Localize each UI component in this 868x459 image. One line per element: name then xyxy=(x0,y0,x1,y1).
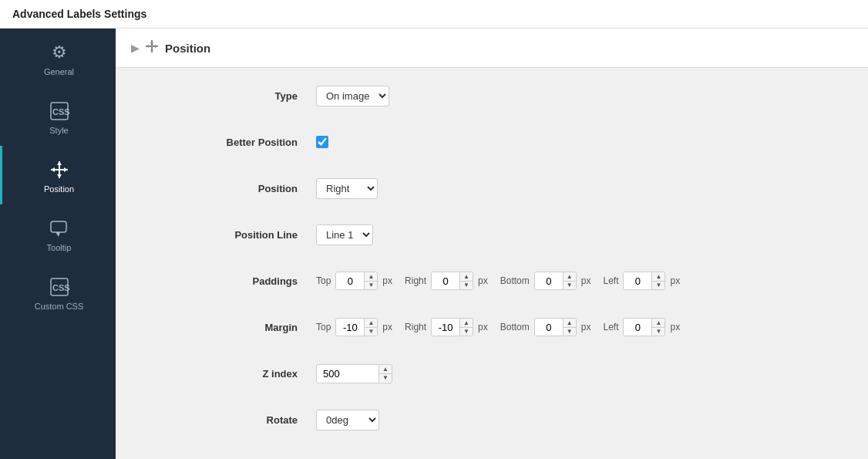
section-header: ▶ Position xyxy=(116,29,868,68)
zindex-wrap: ▲ ▼ xyxy=(316,364,392,383)
margin-right-label: Right xyxy=(405,322,426,332)
margin-left-px: px xyxy=(670,322,680,332)
padding-left-input[interactable] xyxy=(624,273,651,289)
margin-top-spinners: ▲ ▼ xyxy=(364,319,377,336)
margin-right-px: px xyxy=(478,322,488,332)
form-area: Type On image Outside Fixed Better Posit… xyxy=(116,68,868,459)
margin-top-up[interactable]: ▲ xyxy=(365,319,377,327)
margin-top-px: px xyxy=(382,322,392,332)
padding-top-up[interactable]: ▲ xyxy=(365,272,377,281)
padding-top-down[interactable]: ▼ xyxy=(365,281,377,289)
margin-right-group: Right ▲ ▼ px xyxy=(405,318,488,336)
better-position-control xyxy=(316,136,837,148)
padding-right-px: px xyxy=(478,275,488,286)
margin-right-up[interactable]: ▲ xyxy=(460,319,473,327)
svg-rect-8 xyxy=(51,221,66,232)
content-area: ▶ Position Type xyxy=(116,29,868,459)
svg-marker-9 xyxy=(56,232,60,237)
paddings-label: Paddings xyxy=(146,275,316,287)
sidebar-item-style[interactable]: CSS Style xyxy=(0,87,116,146)
padding-bottom-spinners: ▲ ▼ xyxy=(563,272,576,289)
padding-right-down[interactable]: ▼ xyxy=(460,281,473,289)
margin-left-down[interactable]: ▼ xyxy=(652,327,664,336)
position-control: Right Left Top Bottom Center xyxy=(316,178,837,199)
padding-right-up[interactable]: ▲ xyxy=(460,272,473,281)
sidebar-item-tooltip[interactable]: Tooltip xyxy=(0,204,116,263)
app-title: Advanced Labels Settings xyxy=(12,8,146,20)
chevron-right-icon: ▶ xyxy=(131,42,139,54)
sidebar-item-general[interactable]: ⚙ General xyxy=(0,29,116,87)
sidebar-label-general: General xyxy=(44,67,74,76)
zindex-control: ▲ ▼ xyxy=(316,364,837,383)
padding-top-spinners: ▲ ▼ xyxy=(364,272,377,289)
better-position-checkbox[interactable] xyxy=(316,136,328,148)
margin-bottom-label: Bottom xyxy=(500,322,530,332)
zindex-input[interactable] xyxy=(317,365,378,383)
position-row: Position Right Left Top Bottom Center xyxy=(146,176,837,201)
margin-left-spinners: ▲ ▼ xyxy=(651,319,664,336)
rotate-row: Rotate 0deg 90deg 180deg 270deg xyxy=(146,407,837,432)
zindex-up[interactable]: ▲ xyxy=(379,365,392,373)
padding-left-wrap: ▲ ▼ xyxy=(623,272,665,290)
svg-text:CSS: CSS xyxy=(52,283,69,292)
zindex-down[interactable]: ▼ xyxy=(379,373,392,382)
margin-top-group: Top ▲ ▼ px xyxy=(316,318,392,336)
padding-bottom-px: px xyxy=(581,275,591,286)
margin-left-input[interactable] xyxy=(624,319,651,336)
margin-right-wrap: ▲ ▼ xyxy=(431,318,473,336)
gear-icon: ⚙ xyxy=(52,42,67,62)
better-position-label: Better Position xyxy=(146,137,316,148)
svg-marker-5 xyxy=(57,174,62,178)
padding-left-px: px xyxy=(670,275,680,286)
margin-bottom-input[interactable] xyxy=(535,319,563,336)
sidebar-label-custom-css: Custom CSS xyxy=(35,302,84,311)
padding-left-spinners: ▲ ▼ xyxy=(651,272,664,289)
margin-right-down[interactable]: ▼ xyxy=(460,327,473,336)
sidebar-label-position: Position xyxy=(44,184,74,194)
position-line-row: Position Line Line 1 Line 2 Line 3 xyxy=(146,222,837,247)
position-select[interactable]: Right Left Top Bottom Center xyxy=(316,178,378,199)
padding-bottom-group: Bottom ▲ ▼ px xyxy=(500,272,591,290)
margin-bottom-wrap: ▲ ▼ xyxy=(534,318,577,336)
svg-marker-17 xyxy=(155,45,158,48)
padding-left-down[interactable]: ▼ xyxy=(652,281,664,289)
position-line-control: Line 1 Line 2 Line 3 xyxy=(316,224,837,245)
padding-bottom-down[interactable]: ▼ xyxy=(564,281,576,289)
padding-left-up[interactable]: ▲ xyxy=(652,272,664,281)
svg-marker-6 xyxy=(51,167,55,172)
margin-bottom-group: Bottom ▲ ▼ px xyxy=(500,318,591,336)
type-select[interactable]: On image Outside Fixed xyxy=(316,86,389,106)
padding-bottom-input[interactable] xyxy=(535,273,563,289)
margin-right-input[interactable] xyxy=(432,319,459,336)
top-bar: Advanced Labels Settings xyxy=(0,0,868,29)
margin-right-spinners: ▲ ▼ xyxy=(459,319,473,336)
padding-bottom-label: Bottom xyxy=(500,275,530,286)
main-content: ⚙ General CSS Style xyxy=(0,29,868,459)
paddings-row: Paddings Top ▲ ▼ px xyxy=(146,268,837,293)
zindex-label: Z index xyxy=(146,368,316,380)
sidebar-item-custom-css[interactable]: CSS Custom CSS xyxy=(0,263,116,322)
rotate-select[interactable]: 0deg 90deg 180deg 270deg xyxy=(316,410,379,430)
sidebar-item-position[interactable]: Position xyxy=(0,146,116,204)
margin-bottom-down[interactable]: ▼ xyxy=(564,327,576,336)
app-wrapper: Advanced Labels Settings ⚙ General CSS S… xyxy=(0,0,868,459)
zindex-row: Z index ▲ ▼ xyxy=(146,361,837,386)
margin-left-up[interactable]: ▲ xyxy=(652,319,664,327)
padding-top-wrap: ▲ ▼ xyxy=(335,272,378,290)
section-title: Position xyxy=(165,42,210,55)
padding-bottom-up[interactable]: ▲ xyxy=(564,272,576,281)
margin-top-down[interactable]: ▼ xyxy=(365,327,377,336)
better-position-row: Better Position xyxy=(146,130,837,154)
margin-bottom-up[interactable]: ▲ xyxy=(564,319,576,327)
type-row: Type On image Outside Fixed xyxy=(146,83,837,108)
margin-left-group: Left ▲ ▼ px xyxy=(603,318,680,336)
css-icon: CSS xyxy=(49,101,69,121)
margin-label: Margin xyxy=(146,322,316,333)
position-line-label: Position Line xyxy=(146,229,316,241)
padding-right-input[interactable] xyxy=(432,273,459,289)
padding-top-input[interactable] xyxy=(336,273,364,289)
padding-top-px: px xyxy=(382,275,392,286)
position-line-select[interactable]: Line 1 Line 2 Line 3 xyxy=(316,224,373,245)
sidebar-label-tooltip: Tooltip xyxy=(47,243,72,252)
margin-top-input[interactable] xyxy=(336,319,364,336)
